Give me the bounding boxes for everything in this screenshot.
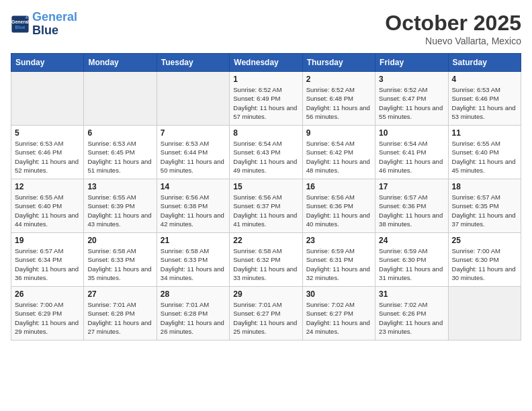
day-number: 25 bbox=[452, 236, 517, 245]
day-info: Sunrise: 6:53 AM Sunset: 6:46 PM Dayligh… bbox=[15, 139, 80, 175]
calendar-cell: 1Sunrise: 6:52 AM Sunset: 6:49 PM Daylig… bbox=[230, 72, 302, 126]
calendar-cell: 10Sunrise: 6:54 AM Sunset: 6:41 PM Dayli… bbox=[375, 126, 448, 179]
day-info: Sunrise: 6:57 AM Sunset: 6:35 PM Dayligh… bbox=[452, 193, 517, 228]
day-number: 28 bbox=[161, 289, 226, 299]
calendar-cell: 5Sunrise: 6:53 AM Sunset: 6:46 PM Daylig… bbox=[11, 126, 84, 179]
day-number: 17 bbox=[379, 182, 444, 191]
calendar-week-row: 26Sunrise: 7:00 AM Sunset: 6:29 PM Dayli… bbox=[11, 287, 521, 340]
calendar-cell: 19Sunrise: 6:57 AM Sunset: 6:34 PM Dayli… bbox=[11, 233, 84, 287]
calendar-cell: 29Sunrise: 7:01 AM Sunset: 6:27 PM Dayli… bbox=[230, 287, 302, 340]
day-number: 23 bbox=[306, 236, 371, 245]
day-info: Sunrise: 6:55 AM Sunset: 6:40 PM Dayligh… bbox=[452, 139, 517, 175]
day-number: 10 bbox=[379, 128, 444, 138]
day-info: Sunrise: 7:01 AM Sunset: 6:28 PM Dayligh… bbox=[161, 300, 226, 336]
calendar-cell: 7Sunrise: 6:53 AM Sunset: 6:44 PM Daylig… bbox=[157, 126, 229, 179]
calendar-cell: 21Sunrise: 6:58 AM Sunset: 6:33 PM Dayli… bbox=[157, 233, 229, 287]
calendar-cell: 30Sunrise: 7:02 AM Sunset: 6:27 PM Dayli… bbox=[302, 287, 375, 340]
day-number: 4 bbox=[452, 75, 517, 84]
calendar-cell: 20Sunrise: 6:58 AM Sunset: 6:33 PM Dayli… bbox=[84, 233, 157, 287]
svg-text:General: General bbox=[11, 19, 29, 24]
day-number: 15 bbox=[233, 182, 298, 191]
weekday-header-friday: Friday bbox=[375, 54, 448, 72]
calendar-week-row: 19Sunrise: 6:57 AM Sunset: 6:34 PM Dayli… bbox=[11, 233, 521, 287]
day-info: Sunrise: 6:53 AM Sunset: 6:45 PM Dayligh… bbox=[87, 139, 152, 175]
weekday-header-tuesday: Tuesday bbox=[157, 54, 229, 72]
day-number: 12 bbox=[15, 182, 80, 191]
day-info: Sunrise: 7:01 AM Sunset: 6:28 PM Dayligh… bbox=[87, 300, 152, 336]
day-number: 5 bbox=[15, 128, 80, 138]
day-number: 7 bbox=[161, 128, 226, 138]
day-info: Sunrise: 6:56 AM Sunset: 6:37 PM Dayligh… bbox=[233, 193, 298, 228]
day-info: Sunrise: 6:58 AM Sunset: 6:33 PM Dayligh… bbox=[161, 246, 226, 282]
calendar-cell: 16Sunrise: 6:56 AM Sunset: 6:36 PM Dayli… bbox=[302, 179, 375, 233]
day-info: Sunrise: 6:52 AM Sunset: 6:47 PM Dayligh… bbox=[379, 85, 444, 121]
day-info: Sunrise: 6:59 AM Sunset: 6:30 PM Dayligh… bbox=[379, 246, 444, 282]
calendar-cell: 2Sunrise: 6:52 AM Sunset: 6:48 PM Daylig… bbox=[302, 72, 375, 126]
day-number: 19 bbox=[15, 236, 80, 245]
day-info: Sunrise: 7:02 AM Sunset: 6:27 PM Dayligh… bbox=[306, 300, 371, 336]
calendar-cell: 13Sunrise: 6:55 AM Sunset: 6:39 PM Dayli… bbox=[84, 179, 157, 233]
calendar-cell: 31Sunrise: 7:02 AM Sunset: 6:26 PM Dayli… bbox=[375, 287, 448, 340]
calendar-cell: 15Sunrise: 6:56 AM Sunset: 6:37 PM Dayli… bbox=[230, 179, 302, 233]
day-number: 27 bbox=[87, 289, 152, 299]
day-number: 8 bbox=[233, 128, 298, 138]
day-number: 31 bbox=[379, 289, 444, 299]
day-number: 29 bbox=[233, 289, 298, 299]
day-info: Sunrise: 6:57 AM Sunset: 6:36 PM Dayligh… bbox=[379, 193, 444, 228]
calendar-week-row: 5Sunrise: 6:53 AM Sunset: 6:46 PM Daylig… bbox=[11, 126, 521, 179]
day-number: 26 bbox=[15, 289, 80, 299]
day-number: 6 bbox=[87, 128, 152, 138]
day-number: 24 bbox=[379, 236, 444, 245]
day-info: Sunrise: 6:54 AM Sunset: 6:43 PM Dayligh… bbox=[233, 139, 298, 175]
day-info: Sunrise: 6:52 AM Sunset: 6:49 PM Dayligh… bbox=[233, 85, 298, 121]
day-number: 21 bbox=[161, 236, 226, 245]
calendar-cell: 11Sunrise: 6:55 AM Sunset: 6:40 PM Dayli… bbox=[448, 126, 521, 179]
weekday-header-monday: Monday bbox=[84, 54, 157, 72]
calendar-cell: 14Sunrise: 6:56 AM Sunset: 6:38 PM Dayli… bbox=[157, 179, 229, 233]
calendar-cell bbox=[157, 72, 229, 126]
day-info: Sunrise: 6:53 AM Sunset: 6:44 PM Dayligh… bbox=[161, 139, 226, 175]
calendar-cell: 6Sunrise: 6:53 AM Sunset: 6:45 PM Daylig… bbox=[84, 126, 157, 179]
calendar-cell: 28Sunrise: 7:01 AM Sunset: 6:28 PM Dayli… bbox=[157, 287, 229, 340]
title-block: October 2025 Nuevo Vallarta, Mexico bbox=[385, 11, 521, 46]
day-info: Sunrise: 7:02 AM Sunset: 6:26 PM Dayligh… bbox=[379, 300, 444, 336]
weekday-header-row: SundayMondayTuesdayWednesdayThursdayFrid… bbox=[11, 54, 521, 72]
day-number: 2 bbox=[306, 75, 371, 84]
weekday-header-saturday: Saturday bbox=[448, 54, 521, 72]
day-info: Sunrise: 6:58 AM Sunset: 6:33 PM Dayligh… bbox=[87, 246, 152, 282]
calendar-week-row: 1Sunrise: 6:52 AM Sunset: 6:49 PM Daylig… bbox=[11, 72, 521, 126]
location: Nuevo Vallarta, Mexico bbox=[385, 36, 521, 46]
calendar-cell: 23Sunrise: 6:59 AM Sunset: 6:31 PM Dayli… bbox=[302, 233, 375, 287]
weekday-header-sunday: Sunday bbox=[11, 54, 84, 72]
logo: General Blue GeneralBlue bbox=[11, 11, 77, 38]
logo-text: GeneralBlue bbox=[32, 11, 77, 38]
day-info: Sunrise: 7:01 AM Sunset: 6:27 PM Dayligh… bbox=[233, 300, 298, 336]
calendar-cell bbox=[84, 72, 157, 126]
calendar-cell: 17Sunrise: 6:57 AM Sunset: 6:36 PM Dayli… bbox=[375, 179, 448, 233]
day-number: 20 bbox=[87, 236, 152, 245]
calendar-cell: 22Sunrise: 6:58 AM Sunset: 6:32 PM Dayli… bbox=[230, 233, 302, 287]
svg-text:Blue: Blue bbox=[15, 25, 25, 30]
day-info: Sunrise: 6:55 AM Sunset: 6:39 PM Dayligh… bbox=[87, 193, 152, 228]
day-number: 9 bbox=[306, 128, 371, 138]
day-info: Sunrise: 6:54 AM Sunset: 6:41 PM Dayligh… bbox=[379, 139, 444, 175]
day-number: 11 bbox=[452, 128, 517, 138]
day-info: Sunrise: 6:54 AM Sunset: 6:42 PM Dayligh… bbox=[306, 139, 371, 175]
day-info: Sunrise: 6:55 AM Sunset: 6:40 PM Dayligh… bbox=[15, 193, 80, 228]
day-info: Sunrise: 6:56 AM Sunset: 6:38 PM Dayligh… bbox=[161, 193, 226, 228]
day-info: Sunrise: 6:52 AM Sunset: 6:48 PM Dayligh… bbox=[306, 85, 371, 121]
month-title: October 2025 bbox=[385, 11, 521, 36]
day-number: 14 bbox=[161, 182, 226, 191]
day-info: Sunrise: 6:53 AM Sunset: 6:46 PM Dayligh… bbox=[452, 85, 517, 121]
day-number: 30 bbox=[306, 289, 371, 299]
calendar-table: SundayMondayTuesdayWednesdayThursdayFrid… bbox=[11, 53, 521, 340]
logo-icon: General Blue bbox=[11, 15, 30, 34]
calendar-cell: 25Sunrise: 7:00 AM Sunset: 6:30 PM Dayli… bbox=[448, 233, 521, 287]
weekday-header-wednesday: Wednesday bbox=[230, 54, 302, 72]
calendar-cell: 12Sunrise: 6:55 AM Sunset: 6:40 PM Dayli… bbox=[11, 179, 84, 233]
day-number: 1 bbox=[233, 75, 298, 84]
day-info: Sunrise: 7:00 AM Sunset: 6:29 PM Dayligh… bbox=[15, 300, 80, 336]
weekday-header-thursday: Thursday bbox=[302, 54, 375, 72]
day-number: 16 bbox=[306, 182, 371, 191]
page-header: General Blue GeneralBlue October 2025 Nu… bbox=[11, 11, 521, 46]
